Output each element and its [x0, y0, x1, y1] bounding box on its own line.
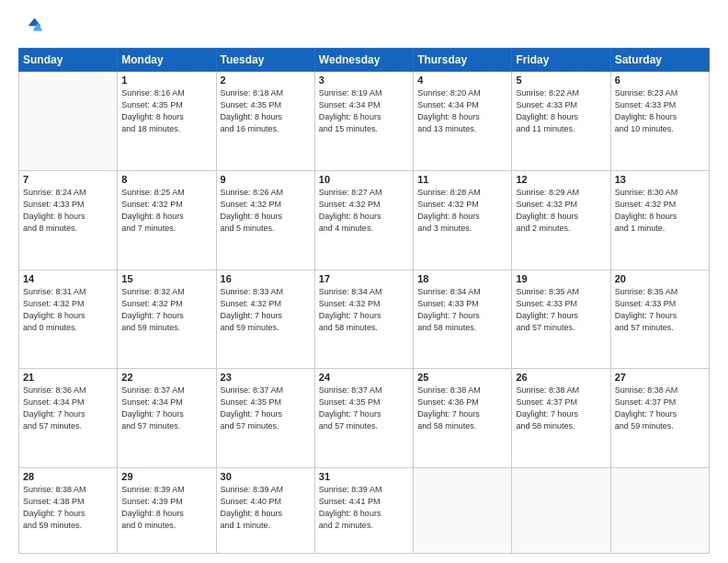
day-number: 3: [319, 75, 409, 86]
calendar-cell: 3Sunrise: 8:19 AMSunset: 4:34 PMDaylight…: [314, 72, 413, 171]
weekday-header: Tuesday: [216, 49, 314, 72]
day-info: Sunrise: 8:38 AMSunset: 4:36 PMDaylight:…: [417, 385, 507, 432]
calendar-table: SundayMondayTuesdayWednesdayThursdayFrid…: [18, 48, 710, 554]
calendar-cell: 27Sunrise: 8:38 AMSunset: 4:37 PMDayligh…: [610, 369, 709, 468]
day-info: Sunrise: 8:37 AMSunset: 4:34 PMDaylight:…: [121, 385, 211, 432]
day-info: Sunrise: 8:36 AMSunset: 4:34 PMDaylight:…: [23, 385, 113, 432]
day-info: Sunrise: 8:23 AMSunset: 4:33 PMDaylight:…: [615, 87, 705, 135]
calendar-cell: 16Sunrise: 8:33 AMSunset: 4:32 PMDayligh…: [216, 270, 314, 369]
calendar-cell: 22Sunrise: 8:37 AMSunset: 4:34 PMDayligh…: [118, 369, 216, 468]
svg-marker-0: [28, 18, 41, 27]
day-number: 17: [319, 273, 409, 284]
calendar-cell: 15Sunrise: 8:32 AMSunset: 4:32 PMDayligh…: [118, 270, 216, 369]
day-info: Sunrise: 8:34 AMSunset: 4:32 PMDaylight:…: [319, 286, 409, 334]
day-number: 15: [121, 273, 211, 284]
calendar-cell: 11Sunrise: 8:28 AMSunset: 4:32 PMDayligh…: [414, 170, 512, 270]
day-info: Sunrise: 8:18 AMSunset: 4:35 PMDaylight:…: [221, 87, 311, 135]
day-info: Sunrise: 8:33 AMSunset: 4:32 PMDaylight:…: [221, 286, 311, 334]
calendar-week-row: 28Sunrise: 8:38 AMSunset: 4:38 PMDayligh…: [19, 468, 710, 554]
day-number: 9: [221, 174, 311, 185]
day-info: Sunrise: 8:16 AMSunset: 4:35 PMDaylight:…: [121, 87, 211, 135]
weekday-header-row: SundayMondayTuesdayWednesdayThursdayFrid…: [19, 49, 710, 72]
day-info: Sunrise: 8:29 AMSunset: 4:32 PMDaylight:…: [516, 187, 606, 235]
day-info: Sunrise: 8:31 AMSunset: 4:32 PMDaylight:…: [23, 286, 113, 334]
day-info: Sunrise: 8:30 AMSunset: 4:32 PMDaylight:…: [615, 187, 705, 235]
calendar-cell: 13Sunrise: 8:30 AMSunset: 4:32 PMDayligh…: [610, 170, 709, 270]
day-info: Sunrise: 8:39 AMSunset: 4:39 PMDaylight:…: [121, 484, 211, 532]
calendar-cell: 25Sunrise: 8:38 AMSunset: 4:36 PMDayligh…: [414, 369, 512, 468]
day-number: 12: [516, 174, 606, 185]
calendar-cell: 20Sunrise: 8:35 AMSunset: 4:33 PMDayligh…: [610, 270, 709, 369]
calendar-cell: 2Sunrise: 8:18 AMSunset: 4:35 PMDaylight…: [216, 72, 314, 171]
calendar-cell: 23Sunrise: 8:37 AMSunset: 4:35 PMDayligh…: [216, 369, 314, 468]
day-number: 30: [221, 471, 311, 482]
day-number: 13: [615, 174, 705, 185]
calendar-cell: [610, 468, 709, 554]
weekday-header: Friday: [512, 49, 610, 72]
day-info: Sunrise: 8:37 AMSunset: 4:35 PMDaylight:…: [319, 385, 409, 432]
day-info: Sunrise: 8:35 AMSunset: 4:33 PMDaylight:…: [615, 286, 705, 334]
calendar-cell: 5Sunrise: 8:22 AMSunset: 4:33 PMDaylight…: [512, 72, 610, 171]
calendar-week-row: 7Sunrise: 8:24 AMSunset: 4:33 PMDaylight…: [19, 170, 710, 270]
day-info: Sunrise: 8:38 AMSunset: 4:37 PMDaylight:…: [516, 385, 606, 432]
day-info: Sunrise: 8:26 AMSunset: 4:32 PMDaylight:…: [221, 187, 311, 235]
calendar-cell: 18Sunrise: 8:34 AMSunset: 4:33 PMDayligh…: [414, 270, 512, 369]
calendar-cell: 14Sunrise: 8:31 AMSunset: 4:32 PMDayligh…: [19, 270, 118, 369]
day-number: 6: [615, 75, 705, 86]
day-number: 1: [121, 75, 211, 86]
day-info: Sunrise: 8:34 AMSunset: 4:33 PMDaylight:…: [417, 286, 507, 334]
day-number: 26: [516, 372, 606, 383]
day-number: 7: [23, 174, 113, 185]
calendar-cell: 7Sunrise: 8:24 AMSunset: 4:33 PMDaylight…: [19, 170, 118, 270]
calendar-cell: 30Sunrise: 8:39 AMSunset: 4:40 PMDayligh…: [216, 468, 314, 554]
day-number: 24: [319, 372, 409, 383]
day-number: 14: [23, 273, 113, 284]
day-number: 29: [121, 471, 211, 482]
calendar-cell: 4Sunrise: 8:20 AMSunset: 4:34 PMDaylight…: [414, 72, 512, 171]
day-info: Sunrise: 8:28 AMSunset: 4:32 PMDaylight:…: [417, 187, 507, 235]
calendar-cell: 1Sunrise: 8:16 AMSunset: 4:35 PMDaylight…: [118, 72, 216, 171]
day-number: 31: [319, 471, 409, 482]
calendar-cell: [512, 468, 610, 554]
day-info: Sunrise: 8:22 AMSunset: 4:33 PMDaylight:…: [516, 87, 606, 135]
weekday-header: Sunday: [19, 49, 118, 72]
day-info: Sunrise: 8:35 AMSunset: 4:33 PMDaylight:…: [516, 286, 606, 334]
weekday-header: Monday: [118, 49, 216, 72]
calendar-cell: 26Sunrise: 8:38 AMSunset: 4:37 PMDayligh…: [512, 369, 610, 468]
calendar-cell: 28Sunrise: 8:38 AMSunset: 4:38 PMDayligh…: [19, 468, 118, 554]
day-info: Sunrise: 8:27 AMSunset: 4:32 PMDaylight:…: [319, 187, 409, 235]
day-info: Sunrise: 8:24 AMSunset: 4:33 PMDaylight:…: [23, 187, 113, 235]
day-number: 11: [417, 174, 507, 185]
calendar-cell: 10Sunrise: 8:27 AMSunset: 4:32 PMDayligh…: [314, 170, 413, 270]
day-number: 21: [23, 372, 113, 383]
calendar-cell: 12Sunrise: 8:29 AMSunset: 4:32 PMDayligh…: [512, 170, 610, 270]
day-number: 19: [516, 273, 606, 284]
day-info: Sunrise: 8:25 AMSunset: 4:32 PMDaylight:…: [121, 187, 211, 235]
header: [18, 15, 710, 40]
calendar-cell: 24Sunrise: 8:37 AMSunset: 4:35 PMDayligh…: [314, 369, 413, 468]
day-number: 25: [417, 372, 507, 383]
calendar-cell: 21Sunrise: 8:36 AMSunset: 4:34 PMDayligh…: [19, 369, 118, 468]
day-number: 18: [417, 273, 507, 284]
day-number: 5: [516, 75, 606, 86]
day-number: 2: [221, 75, 311, 86]
logo: [18, 15, 48, 40]
day-info: Sunrise: 8:20 AMSunset: 4:34 PMDaylight:…: [417, 87, 507, 135]
calendar-week-row: 14Sunrise: 8:31 AMSunset: 4:32 PMDayligh…: [19, 270, 710, 369]
page: SundayMondayTuesdayWednesdayThursdayFrid…: [0, 0, 728, 563]
day-number: 27: [615, 372, 705, 383]
day-number: 20: [615, 273, 705, 284]
calendar-cell: [19, 72, 118, 171]
calendar-cell: 8Sunrise: 8:25 AMSunset: 4:32 PMDaylight…: [118, 170, 216, 270]
day-number: 23: [221, 372, 311, 383]
logo-icon: [18, 15, 44, 40]
day-info: Sunrise: 8:39 AMSunset: 4:40 PMDaylight:…: [221, 484, 311, 532]
day-info: Sunrise: 8:19 AMSunset: 4:34 PMDaylight:…: [319, 87, 409, 135]
calendar-cell: 17Sunrise: 8:34 AMSunset: 4:32 PMDayligh…: [314, 270, 413, 369]
weekday-header: Thursday: [414, 49, 512, 72]
day-info: Sunrise: 8:32 AMSunset: 4:32 PMDaylight:…: [121, 286, 211, 334]
day-info: Sunrise: 8:38 AMSunset: 4:38 PMDaylight:…: [23, 484, 113, 532]
day-number: 4: [417, 75, 507, 86]
calendar-cell: [414, 468, 512, 554]
weekday-header: Saturday: [610, 49, 709, 72]
